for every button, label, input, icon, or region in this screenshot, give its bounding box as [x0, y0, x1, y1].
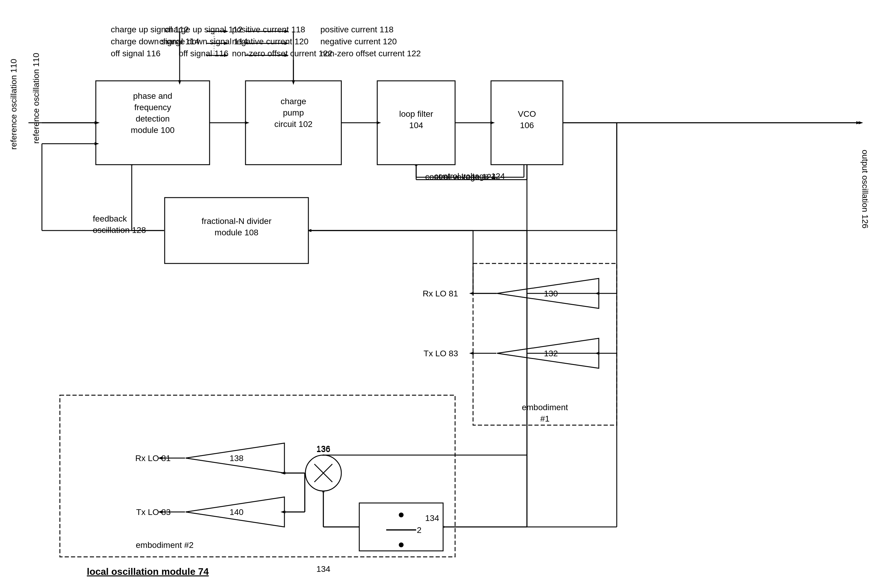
reference-oscillation-label: reference oscillation 110 [9, 58, 18, 150]
sig-off: off signal 116 [111, 49, 160, 58]
charge-pump-text-2: pump [283, 108, 304, 117]
ref-osc-text: reference oscillation 110 [32, 53, 41, 144]
svg-marker-110 [285, 510, 286, 513]
vco-text-1: VCO [518, 109, 536, 118]
charge-pump-text-3: circuit 102 [274, 120, 313, 129]
sig-neg-current: negative current 120 [232, 37, 308, 46]
svg-marker-40 [469, 352, 474, 355]
svg-marker-102 [444, 525, 444, 528]
off-signal-label: off signal 116 [179, 49, 228, 58]
pfd-text-1: phase and [133, 92, 172, 100]
negative-current-label: negative current 120 [320, 37, 397, 46]
sig-nonzero-offset: non-zero offset current 122 [232, 49, 333, 58]
vco-text-2: 106 [520, 121, 534, 130]
sig-pos-current: positive current 118 [232, 25, 305, 34]
loop-filter-text-2: 104 [409, 121, 423, 130]
embodiment1-label-1: embodiment [522, 403, 568, 412]
embodiment2-label-1: embodiment #2 [136, 540, 194, 550]
local-osc-module-label: local oscillation module 74 [87, 566, 208, 577]
output-oscillation-label: output oscillation 126 [861, 150, 870, 228]
frac-n-text-2: module 108 [214, 228, 258, 237]
rx-lo-81-label: Rx LO 81 [423, 289, 458, 298]
div2-dot-top [399, 513, 404, 518]
sig-charge-down: charge down signal 114 [111, 37, 200, 46]
frac-n-text-1: fractional-N divider [201, 216, 271, 226]
positive-current-label: positive current 118 [320, 25, 393, 34]
feedback-oscillation-label: feedback [93, 214, 127, 224]
embodiment1-label-2: #1 [540, 414, 549, 423]
div2-dot-bottom [399, 543, 404, 547]
non-zero-offset-label: non-zero offset current 122 [320, 49, 421, 58]
triangle-140-label: 140 [230, 507, 244, 517]
loop-filter-text-1: loop filter [399, 109, 433, 118]
sig-charge-up: charge up signal 112 [111, 25, 189, 34]
charge-pump-text-1: charge [280, 97, 306, 106]
pfd-text-3: detection [136, 114, 170, 123]
triangle-138-label: 138 [230, 454, 244, 463]
mixer136-label: 136 [316, 444, 330, 453]
svg-marker-107 [285, 471, 286, 474]
div2-label: 2 [417, 525, 422, 535]
pfd-text-2: frequency [134, 103, 171, 112]
tx-lo-83-label: Tx LO 83 [424, 349, 458, 358]
svg-marker-85 [859, 121, 863, 124]
pfd-text-4: module 100 [131, 126, 174, 135]
line134-label: 134 [425, 513, 439, 523]
line-134-label: 134 [316, 564, 330, 574]
diagram-container: charge up signal 112 positive current 11… [0, 0, 891, 588]
